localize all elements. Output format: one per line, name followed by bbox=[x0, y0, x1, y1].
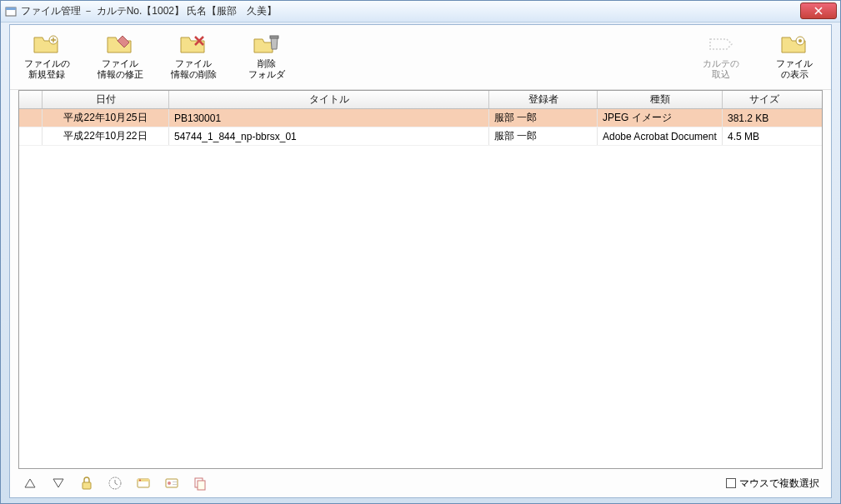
cell-col-reg: 服部 一郎 bbox=[489, 127, 598, 145]
bottom-bar: マウスで複数選択 bbox=[10, 469, 831, 497]
cell-col-reg: 服部 一郎 bbox=[489, 109, 598, 127]
svg-point-10 bbox=[139, 480, 141, 482]
lock-icon bbox=[79, 476, 94, 491]
cell-col-date: 平成22年10月22日 bbox=[43, 127, 169, 145]
close-icon bbox=[814, 7, 823, 15]
table-row[interactable]: 平成22年10月25日PB130001服部 一郎JPEG イメージ381.2 K… bbox=[19, 109, 822, 127]
new-file-button[interactable]: ファイルの 新規登録 bbox=[22, 32, 72, 80]
svg-rect-1 bbox=[6, 7, 16, 10]
move-up-button[interactable] bbox=[22, 475, 38, 492]
triangle-down-icon bbox=[52, 477, 65, 489]
close-button[interactable] bbox=[800, 2, 837, 19]
table-row[interactable]: 平成22年10月22日54744_1_844_np-bbrsx_01服部 一郎A… bbox=[19, 127, 822, 146]
svg-rect-14 bbox=[173, 484, 177, 485]
checkbox-icon bbox=[726, 478, 736, 488]
window-title: ファイル管理 － カルテNo.【1002】 氏名【服部 久美】 bbox=[21, 4, 277, 18]
multi-select-label: マウスで複数選択 bbox=[739, 477, 819, 491]
delete-folder-button[interactable]: 削除 フォルダ bbox=[242, 32, 292, 80]
window: ファイル管理 － カルテNo.【1002】 氏名【服部 久美】 ファイルの 新規… bbox=[0, 0, 841, 504]
table-header: 日付 タイトル 登録者 種類 サイズ bbox=[19, 91, 822, 109]
card-person-icon bbox=[164, 476, 179, 491]
col-title[interactable]: タイトル bbox=[169, 91, 489, 108]
svg-point-12 bbox=[168, 482, 171, 485]
import-karte-label: カルテの 取込 bbox=[703, 58, 739, 80]
import-karte-button: カルテの 取込 bbox=[696, 32, 746, 80]
copy-icon bbox=[193, 476, 208, 491]
col-index[interactable] bbox=[19, 91, 43, 108]
cell-col-size: 381.2 KB bbox=[723, 109, 806, 127]
delete-info-label: ファイル 情報の削除 bbox=[171, 58, 217, 80]
table-body: 平成22年10月25日PB130001服部 一郎JPEG イメージ381.2 K… bbox=[19, 109, 822, 468]
view-file-label: ファイル の表示 bbox=[776, 58, 813, 80]
import-icon bbox=[707, 32, 735, 57]
titlebar: ファイル管理 － カルテNo.【1002】 氏名【服部 久美】 bbox=[1, 1, 840, 22]
col-type[interactable]: 種類 bbox=[598, 91, 723, 108]
lock-button[interactable] bbox=[78, 475, 95, 492]
cell-col-size: 4.5 MB bbox=[723, 127, 806, 145]
toolbar: ファイルの 新規登録 ファイル 情報の修正 bbox=[10, 25, 831, 90]
view-file-button[interactable]: ファイル の表示 bbox=[769, 32, 819, 80]
edit-info-button[interactable]: ファイル 情報の修正 bbox=[95, 32, 145, 80]
time-lock-button[interactable] bbox=[107, 475, 123, 492]
client-area: ファイルの 新規登録 ファイル 情報の修正 bbox=[9, 24, 832, 498]
cell-col-idx bbox=[19, 109, 43, 127]
cell-col-idx bbox=[19, 127, 43, 145]
trash-folder-icon bbox=[253, 32, 281, 57]
triangle-up-icon bbox=[23, 477, 37, 489]
col-size[interactable]: サイズ bbox=[723, 91, 806, 108]
svg-point-5 bbox=[798, 39, 802, 42]
cell-col-type: JPEG イメージ bbox=[598, 109, 723, 127]
card-icon bbox=[136, 476, 151, 491]
move-down-button[interactable] bbox=[50, 475, 67, 492]
svg-rect-6 bbox=[83, 482, 91, 489]
svg-rect-3 bbox=[270, 36, 278, 38]
delete-info-button[interactable]: ファイル 情報の削除 bbox=[168, 32, 218, 80]
folder-view-icon bbox=[780, 32, 808, 57]
delete-folder-label: 削除 フォルダ bbox=[248, 58, 285, 80]
col-registrant[interactable]: 登録者 bbox=[489, 91, 598, 108]
app-icon bbox=[4, 5, 18, 18]
cell-col-date: 平成22年10月25日 bbox=[43, 109, 169, 127]
new-file-label: ファイルの 新規登録 bbox=[24, 58, 70, 80]
svg-rect-13 bbox=[173, 482, 177, 482]
cell-col-type: Adobe Acrobat Document bbox=[598, 127, 723, 145]
folder-edit-icon bbox=[106, 32, 134, 57]
copy-button[interactable] bbox=[192, 475, 208, 492]
clock-lock-icon bbox=[108, 476, 123, 491]
folder-new-icon bbox=[33, 32, 61, 57]
multi-select-toggle[interactable]: マウスで複数選択 bbox=[726, 477, 819, 491]
col-date[interactable]: 日付 bbox=[43, 91, 169, 108]
cell-col-title: 54744_1_844_np-bbrsx_01 bbox=[169, 127, 489, 145]
file-table: 日付 タイトル 登録者 種類 サイズ 平成22年10月25日PB130001服部… bbox=[18, 90, 823, 469]
folder-delete-icon bbox=[179, 32, 208, 57]
cell-col-title: PB130001 bbox=[169, 109, 489, 127]
card-button-2[interactable] bbox=[163, 475, 180, 492]
svg-rect-16 bbox=[198, 481, 205, 490]
card-button-1[interactable] bbox=[135, 475, 152, 492]
edit-info-label: ファイル 情報の修正 bbox=[98, 58, 143, 80]
